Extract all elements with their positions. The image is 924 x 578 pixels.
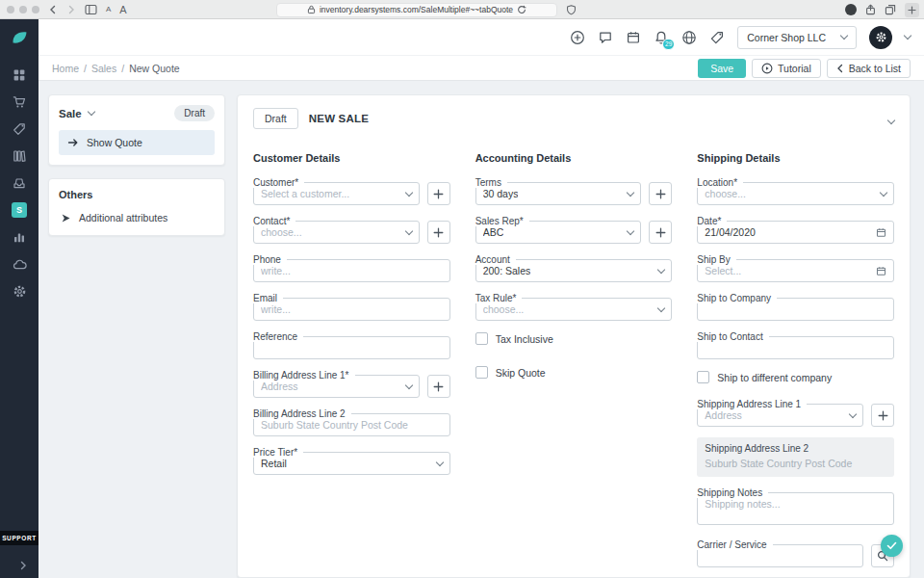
sidebar-item-inventory[interactable] <box>0 143 38 170</box>
sidebar-item-sales[interactable] <box>0 89 38 116</box>
field-sales-rep: Sales Rep* ABC <box>475 216 673 244</box>
field-label: Tax Rule* <box>475 293 523 303</box>
add-sales-rep-button[interactable] <box>649 221 672 244</box>
field-email: Email <box>253 293 450 321</box>
add-shipping-address-button[interactable] <box>871 404 894 427</box>
tabs-overview-icon[interactable] <box>885 4 896 15</box>
field-reference: Reference <box>253 331 450 359</box>
dashboard-icon <box>13 68 26 82</box>
chevron-left-icon <box>836 64 844 73</box>
field-label: Date* <box>697 216 727 226</box>
field-ship-to-company: Ship to Company <box>697 293 894 321</box>
form-header: Draft NEW SALE <box>253 108 894 129</box>
tag-icon <box>709 30 725 45</box>
window-close-button[interactable] <box>7 6 14 13</box>
new-sale-card: Draft NEW SALE Customer Details Customer… <box>237 94 911 578</box>
save-label: Save <box>710 63 733 74</box>
back-icon[interactable] <box>48 5 58 14</box>
refresh-icon[interactable] <box>517 5 526 14</box>
additional-attributes-item[interactable]: Additional attributes <box>59 210 215 225</box>
sidebar-item-dashboard[interactable] <box>0 62 38 89</box>
add-customer-button[interactable] <box>427 182 450 205</box>
breadcrumb-sales[interactable]: Sales <box>91 63 116 74</box>
check-icon <box>886 541 897 550</box>
field-customer: Customer* Select a customer... <box>253 177 450 205</box>
window-controls[interactable] <box>7 6 39 13</box>
language-button[interactable] <box>681 30 697 45</box>
support-tab[interactable]: SUPPORT <box>0 531 38 545</box>
collapse-card-icon[interactable] <box>888 110 894 127</box>
breadcrumb: Home / Sales / New Quote <box>52 63 180 74</box>
back-to-list-button[interactable]: Back to List <box>827 59 911 78</box>
plus-circle-icon <box>570 30 585 45</box>
skip-quote-checkbox[interactable] <box>475 366 488 379</box>
ship-to-different-row: Ship to different company <box>697 371 894 383</box>
window-zoom-button[interactable] <box>32 6 39 13</box>
tax-inclusive-checkbox[interactable] <box>475 332 488 345</box>
field-label: Reference <box>253 331 303 342</box>
left-panel: Sale Draft Show Quote Others Additiona <box>48 94 225 578</box>
notifications-button[interactable]: 29 <box>654 30 669 45</box>
select-value: Retail <box>261 458 287 469</box>
tutorial-button[interactable]: Tutorial <box>752 59 821 78</box>
save-button[interactable]: Save <box>698 59 746 78</box>
sidebar-expand-icon[interactable] <box>19 561 27 570</box>
sidebar-item-integrations[interactable] <box>0 250 38 277</box>
breadcrumb-home[interactable]: Home <box>52 63 79 74</box>
sidebar-item-financials[interactable]: S <box>0 197 38 223</box>
forward-icon[interactable] <box>66 5 76 14</box>
sidebar-item-production[interactable] <box>0 170 38 197</box>
field-ship-to-contact: Ship to Contact <box>697 331 894 359</box>
sale-type-dropdown[interactable]: Sale <box>59 108 94 119</box>
field-shipping-notes: Shipping Notes <box>697 487 894 529</box>
labels-button[interactable] <box>709 30 725 45</box>
field-terms: Terms 30 days <box>475 177 673 205</box>
calendar-icon <box>870 227 886 238</box>
calendar-icon <box>626 30 641 45</box>
account-menu-chevron-icon[interactable] <box>904 32 911 39</box>
notification-badge: 29 <box>662 39 675 50</box>
select-value: 30 days <box>483 188 519 199</box>
field-billing-address-2: Billing Address Line 2 <box>253 408 450 436</box>
show-quote-item[interactable]: Show Quote <box>59 130 215 155</box>
privacy-shield-icon[interactable] <box>566 4 577 15</box>
sidebar-toggle-icon[interactable] <box>85 4 97 15</box>
field-label: Billing Address Line 1* <box>253 370 355 381</box>
sale-title: Sale <box>59 108 82 119</box>
skip-quote-row: Skip Quote <box>475 366 673 379</box>
sidebar-item-reports[interactable] <box>0 223 38 250</box>
dear-logo[interactable] <box>11 29 29 46</box>
add-billing-address-button[interactable] <box>427 375 450 398</box>
sidebar-item-settings[interactable] <box>0 277 38 304</box>
add-terms-button[interactable] <box>649 182 672 205</box>
breadcrumb-current: New Quote <box>129 63 180 74</box>
draft-status-tab[interactable]: Draft <box>253 108 298 129</box>
ship-to-different-checkbox[interactable] <box>697 371 709 383</box>
text-size-decrease-button[interactable]: A <box>106 5 111 13</box>
plus-icon <box>655 227 666 238</box>
add-contact-button[interactable] <box>427 221 450 244</box>
field-label: Phone <box>253 254 287 265</box>
books-icon <box>13 149 26 163</box>
address-bar[interactable]: inventory.dearsystems.com/SaleMultiple#~… <box>276 3 557 17</box>
show-quote-label: Show Quote <box>87 137 142 148</box>
customer-details-section: Customer Details Customer* Select a cust… <box>253 152 450 578</box>
share-icon[interactable] <box>865 4 876 15</box>
quick-add-button[interactable] <box>570 30 585 45</box>
sidebar-item-purchases[interactable] <box>0 116 38 143</box>
company-selector[interactable]: Corner Shop LLC <box>737 26 857 49</box>
select-placeholder: Address <box>705 409 742 421</box>
extension-icon[interactable] <box>845 4 857 15</box>
field-billing-address-1: Billing Address Line 1* Address <box>253 370 450 398</box>
avatar[interactable] <box>869 26 892 49</box>
gear-icon <box>13 284 27 299</box>
chat-button[interactable] <box>598 30 613 45</box>
new-tab-button[interactable] <box>905 3 919 17</box>
text-size-increase-button[interactable]: A <box>119 4 126 15</box>
chevron-down-icon <box>400 385 412 388</box>
confirm-fab-button[interactable] <box>881 535 903 557</box>
field-carrier: Carrier / Service <box>697 539 894 567</box>
calendar-button[interactable] <box>626 30 641 45</box>
others-title: Others <box>59 189 215 200</box>
window-minimize-button[interactable] <box>19 6 27 13</box>
